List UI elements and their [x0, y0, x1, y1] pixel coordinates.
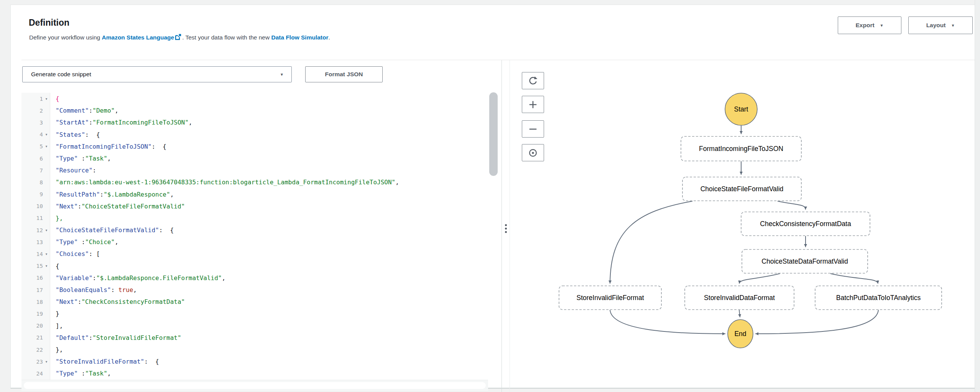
refresh-icon — [528, 76, 538, 86]
scrollbar-thumb[interactable] — [24, 382, 486, 389]
code-line: }, — [51, 344, 488, 356]
line-number: 17 — [36, 287, 43, 293]
node-label: CheckConsistencyFormatData — [760, 220, 851, 228]
definition-card: Definition Define your workflow using Am… — [10, 5, 975, 389]
external-link-icon — [175, 34, 181, 42]
code-line: "Variable":"$.LambdaResponce.FileFormatV… — [51, 272, 488, 284]
editor-gutter: 1▾234▾5▾6789101112▾1314▾15▾1617181920212… — [21, 93, 50, 380]
line-number: 24 — [36, 371, 43, 377]
line-number: 10 — [36, 203, 43, 209]
node-label: ChoiceStateFileFormatValid — [700, 185, 784, 193]
code-line: "arn:aws:lambda:eu-west-1:963647048335:f… — [51, 176, 488, 188]
line-number: 4 — [39, 131, 43, 138]
code-line: "Default":"StoreInvalidFileFormat" — [51, 332, 488, 344]
edge-ChoiceStateFileFormatValid-to-StoreInvalidFileFormat — [610, 201, 692, 284]
node-label: Start — [734, 105, 748, 113]
node-ChoiceStateFileFormatValid[interactable]: ChoiceStateFileFormatValid — [682, 177, 801, 201]
line-number: 8 — [39, 179, 43, 185]
data-flow-simulator-link[interactable]: Data Flow Simulator — [271, 34, 329, 41]
line-number: 3 — [39, 120, 43, 126]
line-number: 15 — [36, 263, 43, 269]
fold-caret-icon[interactable]: ▾ — [43, 228, 50, 232]
fold-caret-icon[interactable]: ▾ — [43, 360, 50, 364]
subtitle: Define your workflow using Amazon States… — [29, 34, 330, 42]
zoom-in-button[interactable] — [522, 96, 544, 113]
export-button[interactable]: Export ▼ — [838, 16, 901, 34]
plus-icon — [528, 100, 538, 110]
page-title: Definition — [29, 18, 69, 28]
edge-BatchPutDataToIoTAnalytics-to-end — [755, 310, 878, 334]
edge-ChoiceStateDataFormatValid-to-BatchPutDataToIoTAnalytics — [830, 274, 878, 284]
node-StoreInvalidDataFormat[interactable]: StoreInvalidDataFormat — [685, 286, 794, 310]
subtitle-text: Define your workflow using — [29, 34, 102, 41]
code-line: "StoreInvalidFileFormat": { — [51, 356, 488, 367]
panel-resize-handle[interactable] — [503, 223, 508, 235]
diagram-panel-border — [510, 60, 510, 392]
node-label: StoreInvalidFileFormat — [576, 294, 644, 302]
zoom-out-button[interactable] — [522, 120, 544, 138]
line-number: 11 — [36, 215, 43, 221]
edge-ChoiceStateFileFormatValid-to-CheckConsistencyFormatData — [778, 201, 806, 210]
refresh-diagram-button[interactable] — [522, 72, 544, 89]
code-line: } — [51, 308, 488, 320]
subtitle-text-2: . Test your data flow with the new — [182, 34, 271, 41]
center-target-icon — [528, 148, 538, 158]
header-divider — [21, 60, 975, 60]
line-number: 6 — [39, 156, 43, 162]
code-line: "BooleanEquals": true, — [51, 284, 488, 296]
fold-caret-icon[interactable]: ▾ — [43, 252, 50, 256]
fold-caret-icon[interactable]: ▾ — [43, 97, 50, 101]
node-start[interactable]: Start — [725, 93, 757, 125]
layout-button[interactable]: Layout ▼ — [908, 16, 973, 34]
chevron-down-icon: ▼ — [951, 23, 955, 28]
amazon-states-language-link[interactable]: Amazon States Language — [102, 34, 174, 41]
page-scrollbar[interactable] — [975, 0, 980, 392]
diagram-nodes: StartFormatIncomingFileToJSONChoiceState… — [559, 93, 942, 348]
fold-caret-icon[interactable]: ▾ — [43, 264, 50, 268]
node-ChoiceStateDataFormatValid[interactable]: ChoiceStateDataFormatValid — [742, 249, 868, 273]
panel-divider — [502, 60, 502, 392]
node-BatchPutDataToIoTAnalytics[interactable]: BatchPutDataToIoTAnalytics — [815, 286, 942, 310]
line-number: 5 — [39, 143, 43, 149]
code-line: "Choices": [ — [51, 248, 488, 260]
line-number: 16 — [36, 275, 43, 281]
code-line: "Type" :"Task", — [51, 153, 488, 164]
code-line: "Next":"CheckConsistencyFormatData" — [51, 296, 488, 308]
line-number: 22 — [36, 347, 43, 353]
node-CheckConsistencyFormatData[interactable]: CheckConsistencyFormatData — [741, 212, 870, 236]
editor-vertical-scrollbar[interactable] — [489, 92, 498, 176]
line-number: 2 — [39, 108, 43, 114]
node-end[interactable]: End — [728, 320, 753, 348]
fold-caret-icon[interactable]: ▾ — [43, 133, 50, 136]
line-number: 1 — [39, 96, 43, 102]
layout-button-label: Layout — [926, 22, 946, 29]
node-label: ChoiceStateDataFormatValid — [761, 258, 848, 265]
edge-ChoiceStateDataFormatValid-to-StoreInvalidDataFormat — [739, 274, 780, 284]
code-line: { — [51, 93, 488, 105]
chevron-down-icon: ▼ — [280, 72, 284, 77]
format-json-button[interactable]: Format JSON — [305, 66, 383, 82]
code-line: "Resource": — [51, 164, 488, 176]
chevron-down-icon: ▼ — [880, 23, 884, 28]
line-number: 7 — [39, 167, 43, 174]
line-number: 14 — [36, 251, 43, 257]
subtitle-text-3: . — [329, 34, 330, 41]
fold-caret-icon[interactable]: ▾ — [43, 144, 50, 148]
code-snippet-dropdown[interactable]: Generate code snippet ▼ — [22, 66, 292, 82]
line-number: 19 — [36, 311, 43, 317]
dropdown-selected-value: Generate code snippet — [31, 71, 91, 78]
code-line: }, — [51, 212, 488, 224]
node-FormatIncomingFileToJSON[interactable]: FormatIncomingFileToJSON — [681, 136, 801, 161]
line-number: 23 — [36, 359, 43, 365]
code-line: "Comment":"Demo", — [51, 105, 488, 116]
node-label: BatchPutDataToIoTAnalytics — [836, 294, 921, 302]
editor-horizontal-scrollbar[interactable] — [21, 380, 488, 391]
edge-StoreInvalidFileFormat-to-end — [610, 310, 725, 334]
line-number: 12 — [36, 227, 43, 233]
page: Definition Define your workflow using Am… — [0, 0, 980, 392]
code-editor[interactable]: {"Comment":"Demo","StartAt":"FormatIncom… — [51, 93, 488, 380]
minus-icon — [528, 124, 538, 134]
center-diagram-button[interactable] — [522, 144, 544, 161]
code-line: "ChoiceStateFileFormatValid": { — [51, 224, 488, 236]
node-StoreInvalidFileFormat[interactable]: StoreInvalidFileFormat — [559, 286, 661, 310]
